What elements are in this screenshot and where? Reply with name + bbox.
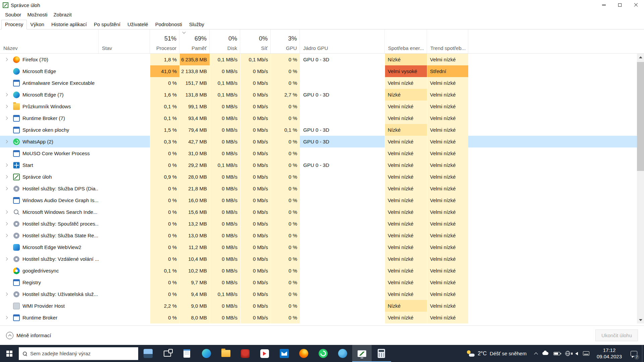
table-row[interactable]: Microsoft Windows Search Inde... 0 % 15,… bbox=[0, 206, 644, 218]
table-row[interactable]: Runtime Broker 0 % 8,0 MB 0 MB/s 0 Mb/s … bbox=[0, 312, 644, 323]
taskbar-app-skype[interactable] bbox=[333, 345, 352, 362]
table-row[interactable]: Windows Audio Device Graph Is... 0 % 16,… bbox=[0, 194, 644, 206]
tab-services[interactable]: Služby bbox=[185, 20, 208, 29]
weather-widget[interactable]: 2°C Déšť se sněhem bbox=[462, 345, 531, 362]
task-view-button[interactable] bbox=[158, 345, 177, 362]
vertical-scrollbar[interactable] bbox=[637, 54, 644, 323]
touch-keyboard-icon[interactable] bbox=[583, 351, 589, 356]
table-row[interactable]: Microsoft Edge (7) 1,6 % 131,8 MB 0,1 MB… bbox=[0, 89, 644, 101]
table-row[interactable]: WhatsApp (2) 0,3 % 42,7 MB 0 MB/s 0 Mb/s… bbox=[0, 136, 644, 147]
column-header-power-trend[interactable]: Trend spotřeb... bbox=[427, 29, 468, 53]
table-row[interactable]: Microsoft Edge WebView2 0 % 11,2 MB 0 MB… bbox=[0, 241, 644, 253]
start-button[interactable] bbox=[0, 345, 19, 362]
expand-cell[interactable] bbox=[0, 218, 12, 230]
table-row[interactable]: Správce úloh 0,9 % 28,0 MB 0 MB/s 0 Mb/s… bbox=[0, 171, 644, 183]
taskbar-app-notepad[interactable] bbox=[177, 345, 197, 362]
taskbar-app-task-manager[interactable] bbox=[352, 345, 372, 362]
table-row[interactable]: Hostitel služby: Vzdálené volání ... 0 %… bbox=[0, 253, 644, 265]
taskbar-app-red[interactable] bbox=[235, 345, 255, 362]
column-header-gpu[interactable]: 3% GPU bbox=[271, 29, 300, 53]
taskbar-app-photo[interactable] bbox=[138, 345, 158, 362]
column-header-network[interactable]: 0% Síť bbox=[240, 29, 271, 53]
table-row[interactable]: Hostitel služby: Služba DPS (Dia... 0 % … bbox=[0, 183, 644, 194]
column-header-name[interactable]: Název bbox=[0, 29, 99, 53]
expand-cell[interactable] bbox=[0, 124, 12, 136]
taskbar-app-edge[interactable] bbox=[197, 345, 216, 362]
close-button[interactable] bbox=[628, 0, 644, 10]
tab-processes[interactable]: Procesy bbox=[1, 20, 27, 29]
taskbar-app-calculator[interactable] bbox=[372, 345, 391, 362]
expand-cell[interactable] bbox=[0, 265, 12, 277]
table-row[interactable]: Průzkumník Windows 0,1 % 99,1 MB 0 MB/s … bbox=[0, 101, 644, 112]
expand-cell[interactable] bbox=[0, 230, 12, 241]
expand-cell[interactable] bbox=[0, 101, 12, 112]
taskbar-app-mail[interactable] bbox=[274, 345, 294, 362]
expand-cell[interactable] bbox=[0, 183, 12, 194]
fewer-details-toggle[interactable]: Méně informací bbox=[6, 332, 51, 339]
battery-icon[interactable] bbox=[553, 352, 560, 355]
tab-startup[interactable]: Po spuštění bbox=[90, 20, 124, 29]
tab-users[interactable]: Uživatelé bbox=[124, 20, 152, 29]
end-task-button[interactable]: Ukončit úlohu bbox=[595, 329, 638, 341]
table-row[interactable]: Registry 0 % 9,7 MB 0 MB/s 0 Mb/s 0 % Ve… bbox=[0, 277, 644, 288]
table-row[interactable]: Správce oken plochy 1,5 % 79,4 MB 0 MB/s… bbox=[0, 124, 644, 136]
menu-file[interactable]: Soubor bbox=[2, 11, 24, 18]
menu-view[interactable]: Zobrazit bbox=[50, 11, 74, 18]
taskbar-app-explorer[interactable] bbox=[216, 345, 235, 362]
column-header-cpu[interactable]: 51% Procesor bbox=[150, 29, 179, 53]
network-icon[interactable] bbox=[565, 351, 570, 356]
scroll-down-button[interactable] bbox=[637, 316, 644, 323]
taskbar-app-firefox[interactable] bbox=[294, 345, 313, 362]
action-center-button[interactable]: 7 bbox=[626, 345, 642, 362]
table-row[interactable]: Start 0 % 29,2 MB 0,1 MB/s 0 Mb/s 0 % GP… bbox=[0, 159, 644, 171]
taskbar-app-media[interactable] bbox=[255, 345, 274, 362]
table-row[interactable]: Antimalware Service Executable 0 % 151,7… bbox=[0, 77, 644, 89]
column-header-gpu-engine[interactable]: Jádro GPU bbox=[300, 29, 385, 53]
taskbar-clock[interactable]: 17:12 09.04.2023 bbox=[593, 347, 626, 360]
tab-performance[interactable]: Výkon bbox=[26, 20, 48, 29]
onedrive-cloud-icon[interactable] bbox=[542, 352, 548, 355]
expand-cell[interactable] bbox=[0, 300, 12, 312]
tab-details[interactable]: Podrobnosti bbox=[152, 20, 186, 29]
expand-cell[interactable] bbox=[0, 288, 12, 300]
hidden-icons-chevron[interactable] bbox=[534, 352, 538, 356]
expand-cell[interactable] bbox=[0, 136, 12, 147]
menu-options[interactable]: Možnosti bbox=[24, 11, 50, 18]
volume-icon[interactable] bbox=[575, 352, 578, 355]
column-header-memory[interactable]: 69% Paměť bbox=[179, 29, 210, 53]
scroll-up-button[interactable] bbox=[637, 54, 644, 61]
table-row[interactable]: Hostitel služby: Spouštěč proces... 0 % … bbox=[0, 218, 644, 230]
expand-cell[interactable] bbox=[0, 241, 12, 253]
table-row[interactable]: Hostitel služby: Služba State Re... 0 % … bbox=[0, 230, 644, 241]
expand-cell[interactable] bbox=[0, 253, 12, 265]
expand-cell[interactable] bbox=[0, 77, 12, 89]
expand-cell[interactable] bbox=[0, 171, 12, 183]
expand-cell[interactable] bbox=[0, 159, 12, 171]
table-row[interactable]: Runtime Broker (7) 0,1 % 93,4 MB 0 MB/s … bbox=[0, 112, 644, 124]
column-header-power-usage[interactable]: Spotřeba ener... bbox=[385, 29, 427, 53]
expand-cell[interactable] bbox=[0, 112, 12, 124]
expand-cell[interactable] bbox=[0, 54, 12, 65]
taskbar-app-whatsapp[interactable] bbox=[313, 345, 333, 362]
table-row[interactable]: googledrivesync 0,1 % 10,2 MB 0 MB/s 0 M… bbox=[0, 265, 644, 277]
column-header-status[interactable]: Stav bbox=[99, 29, 150, 53]
table-row[interactable]: MoUSO Core Worker Process 0 % 31,0 MB 0 … bbox=[0, 147, 644, 159]
expand-cell[interactable] bbox=[0, 277, 12, 288]
expand-cell[interactable] bbox=[0, 65, 12, 77]
table-row[interactable]: WMI Provider Host 2,2 % 9,0 MB 0 MB/s 0 … bbox=[0, 300, 644, 312]
tab-app-history[interactable]: Historie aplikací bbox=[48, 20, 91, 29]
expand-cell[interactable] bbox=[0, 147, 12, 159]
expand-cell[interactable] bbox=[0, 194, 12, 206]
minimize-button[interactable] bbox=[596, 0, 612, 10]
table-row[interactable]: Firefox (70) 1,8 % 6 235,8 MB 0,1 MB/s 0… bbox=[0, 54, 644, 65]
search-input[interactable]: Sem zadejte hledaný výraz bbox=[19, 347, 138, 360]
expand-cell[interactable] bbox=[0, 89, 12, 101]
table-row[interactable]: Microsoft Edge 41,0 % 2 133,8 MB 0 MB/s … bbox=[0, 65, 644, 77]
column-header-disk[interactable]: 0% Disk bbox=[210, 29, 240, 53]
show-desktop-button[interactable] bbox=[642, 345, 644, 362]
expand-cell[interactable] bbox=[0, 312, 12, 323]
expand-cell[interactable] bbox=[0, 206, 12, 218]
table-row[interactable]: Hostitel služby: Uživatelská služ... 0 %… bbox=[0, 288, 644, 300]
scrollbar-thumb[interactable] bbox=[637, 62, 644, 171]
restore-button[interactable] bbox=[612, 0, 628, 10]
